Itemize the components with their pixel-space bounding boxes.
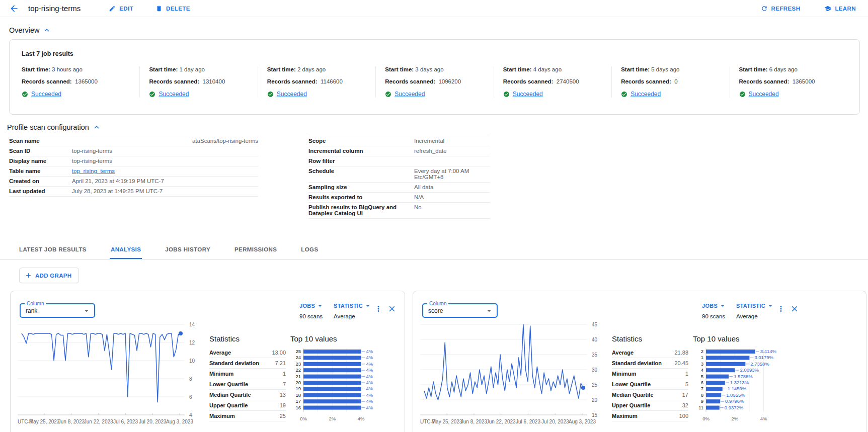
statistic-label: Maximum bbox=[209, 413, 235, 419]
check-circle-icon bbox=[503, 91, 510, 98]
svg-text:2.0093%: 2.0093% bbox=[740, 367, 759, 373]
statistic-label: Upper Quartile bbox=[209, 402, 248, 408]
statistic-label: Average bbox=[612, 350, 634, 356]
more-options-kebab-icon[interactable] bbox=[776, 304, 785, 313]
tab[interactable]: ANALYSIS bbox=[110, 240, 142, 259]
svg-text:4: 4 bbox=[189, 412, 192, 418]
check-circle-icon bbox=[385, 91, 391, 98]
statistic-row: Standard deviation 7.21 bbox=[209, 358, 286, 369]
jobs-dropdown[interactable]: JOBS bbox=[299, 302, 324, 310]
statistics-title: Statistics bbox=[209, 334, 286, 343]
add-graph-button[interactable]: ADD GRAPH bbox=[19, 268, 79, 283]
statistic-row: Minimum 1 bbox=[209, 369, 286, 379]
svg-text:0.9796%: 0.9796% bbox=[725, 398, 744, 404]
svg-text:1: 1 bbox=[701, 355, 703, 360]
learn-button[interactable]: LEARN bbox=[824, 5, 856, 12]
svg-text:Jul 20, 2023: Jul 20, 2023 bbox=[541, 419, 569, 424]
refresh-button[interactable]: REFRESH bbox=[761, 5, 801, 12]
job-results-grid: Start time: 3 hours ago Records scanned:… bbox=[22, 66, 847, 98]
page-title: top-rising-terms bbox=[28, 4, 81, 13]
job-status-link[interactable]: Succeeded bbox=[513, 91, 543, 98]
job-status-link[interactable]: Succeeded bbox=[277, 91, 307, 98]
config-section: Profile scan configuration Scan name ata… bbox=[0, 123, 868, 219]
statistics-block: Statistics Average 13.00 Standard deviat… bbox=[209, 334, 286, 421]
tab[interactable]: LOGS bbox=[300, 240, 319, 259]
svg-text:4%: 4% bbox=[760, 416, 767, 421]
close-panel-icon[interactable] bbox=[790, 304, 799, 313]
back-arrow-icon[interactable] bbox=[9, 4, 19, 14]
config-label: Row filter bbox=[308, 158, 414, 164]
svg-text:20: 20 bbox=[592, 397, 598, 403]
svg-text:4%: 4% bbox=[366, 361, 373, 367]
statistic-control: STATISTIC Average bbox=[736, 302, 774, 319]
job-status-link[interactable]: Succeeded bbox=[630, 91, 661, 98]
tab[interactable]: PERMISSIONS bbox=[233, 240, 278, 259]
svg-text:4: 4 bbox=[701, 367, 703, 373]
statistic-dropdown[interactable]: STATISTIC bbox=[736, 302, 774, 310]
job-result-cell: Start time: 2 days ago Records scanned: … bbox=[258, 66, 375, 98]
statistics-block: Statistics Average 21.88 Standard deviat… bbox=[612, 334, 688, 421]
config-value: July 28, 2023 at 1:49:25 PM UTC-7 bbox=[72, 188, 258, 194]
jobs-control: JOBS 90 scans bbox=[299, 302, 324, 319]
config-row: Row filter bbox=[308, 156, 490, 166]
config-label: Scan ID bbox=[9, 148, 72, 154]
dropdown-arrow-icon bbox=[364, 302, 372, 310]
statistic-row: Minimum 1 bbox=[612, 369, 688, 379]
refresh-icon bbox=[761, 5, 768, 12]
config-label: Display name bbox=[9, 158, 72, 164]
svg-text:8: 8 bbox=[189, 376, 192, 382]
last-jobs-title: Last 7 job results bbox=[22, 50, 847, 57]
job-status: Succeeded bbox=[267, 91, 375, 98]
config-value: ataScans/top-rising-terms bbox=[72, 138, 258, 144]
svg-text:16: 16 bbox=[295, 405, 301, 410]
more-options-kebab-icon[interactable] bbox=[374, 304, 383, 313]
svg-text:30: 30 bbox=[592, 367, 598, 373]
edit-button[interactable]: EDIT bbox=[109, 5, 133, 12]
top10-title: Top 10 values bbox=[290, 334, 401, 343]
score-time-series-chart: 15202530354045UTC-7May 25, 2023Jun 8, 20… bbox=[416, 319, 606, 432]
svg-text:22: 22 bbox=[295, 367, 301, 373]
svg-text:Jul 6, 2023: Jul 6, 2023 bbox=[113, 419, 138, 424]
column-select-label: Column bbox=[25, 301, 46, 306]
job-status-link[interactable]: Succeeded bbox=[31, 91, 61, 98]
job-result-cell: Start time: 3 hours ago Records scanned:… bbox=[22, 66, 139, 98]
column-select[interactable]: Column rank bbox=[20, 303, 95, 318]
statistic-dropdown[interactable]: STATISTIC bbox=[334, 302, 372, 310]
svg-text:19: 19 bbox=[295, 386, 301, 391]
close-panel-icon[interactable] bbox=[387, 304, 397, 313]
config-row: Results exported to N/A bbox=[308, 193, 490, 203]
statistic-row: Upper Quartile 32 bbox=[612, 400, 688, 411]
statistic-label: Maximum bbox=[612, 413, 638, 419]
job-status-link[interactable]: Succeeded bbox=[394, 91, 425, 98]
config-value: top-rising-terms bbox=[72, 148, 258, 154]
collapse-overview-chevron-up-icon[interactable] bbox=[42, 26, 51, 35]
job-status-link[interactable]: Succeeded bbox=[749, 91, 779, 98]
last-jobs-card: Last 7 job results Start time: 3 hours a… bbox=[9, 39, 860, 115]
statistic-row: Upper Quartile 19 bbox=[209, 400, 286, 411]
config-row: Incremental column refresh_date bbox=[308, 146, 490, 156]
svg-text:4%: 4% bbox=[366, 380, 373, 385]
collapse-config-chevron-up-icon[interactable] bbox=[92, 123, 101, 132]
svg-text:4%: 4% bbox=[366, 349, 373, 354]
config-table-left: Scan name ataScans/top-rising-terms Scan… bbox=[9, 136, 258, 197]
svg-text:Aug 3, 2023: Aug 3, 2023 bbox=[166, 419, 193, 424]
jobs-dropdown[interactable]: JOBS bbox=[702, 302, 727, 310]
svg-text:23: 23 bbox=[295, 361, 301, 367]
config-value: April 21, 2023 at 4:19:19 PM UTC-7 bbox=[72, 178, 258, 184]
delete-button[interactable]: DELETE bbox=[155, 5, 190, 12]
svg-text:Jul 6, 2023: Jul 6, 2023 bbox=[516, 419, 540, 424]
add-graph-label: ADD GRAPH bbox=[35, 273, 71, 279]
statistic-value: 32 bbox=[682, 402, 688, 408]
statistic-row: Lower Quartile 7 bbox=[209, 379, 286, 390]
svg-text:2: 2 bbox=[701, 349, 703, 354]
tab[interactable]: LATEST JOB RESULTS bbox=[18, 240, 88, 259]
svg-text:1.3213%: 1.3213% bbox=[730, 380, 749, 385]
svg-text:1.0555%: 1.0555% bbox=[726, 392, 745, 398]
tab[interactable]: JOBS HISTORY bbox=[164, 240, 211, 259]
svg-text:1.5788%: 1.5788% bbox=[734, 374, 753, 379]
job-status-link[interactable]: Succeeded bbox=[159, 91, 189, 98]
config-label: Publish results to BigQuery and Dataplex… bbox=[308, 204, 414, 216]
rank-time-series-chart: 468101214UTC-7May 25, 2023Jun 8, 2023Jun… bbox=[14, 319, 204, 432]
column-select[interactable]: Column score bbox=[422, 303, 498, 318]
rank-top10-bar-chart: 254%244%234%224%214%204%194%184%174%164%… bbox=[290, 348, 399, 425]
